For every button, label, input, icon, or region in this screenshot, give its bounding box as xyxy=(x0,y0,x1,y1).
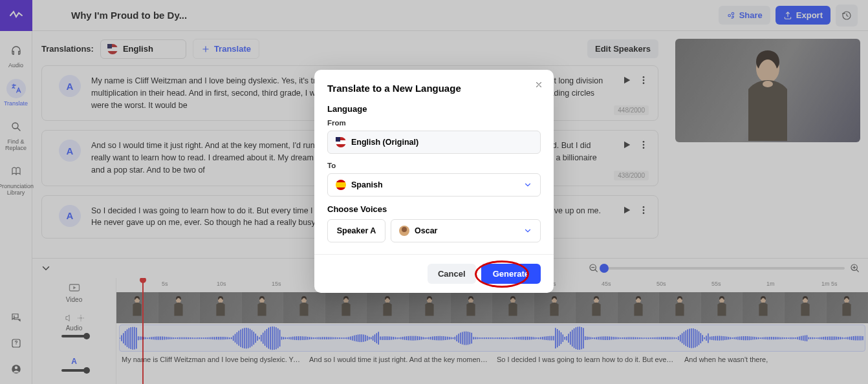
voice-avatar-icon xyxy=(399,226,409,236)
speaker-field: Speaker A xyxy=(327,219,385,242)
voice-value: Oscar xyxy=(415,226,437,235)
from-language-value: English (Original) xyxy=(351,138,418,147)
to-language-select[interactable]: Spanish xyxy=(327,173,541,197)
to-language-value: Spanish xyxy=(351,180,383,189)
voice-select[interactable]: Oscar xyxy=(391,219,541,242)
voices-section-heading: Choose Voices xyxy=(327,204,541,214)
translate-modal: Translate to a New Language Language Fro… xyxy=(314,70,554,293)
chevron-down-icon xyxy=(523,226,532,235)
es-flag-icon xyxy=(336,180,346,190)
language-section-heading: Language xyxy=(327,104,541,114)
cancel-label: Cancel xyxy=(438,269,466,279)
generate-label: Generate xyxy=(493,269,529,279)
cancel-button[interactable]: Cancel xyxy=(428,264,476,284)
from-language-field: English (Original) xyxy=(327,131,541,154)
us-flag-icon xyxy=(336,137,346,147)
modal-overlay[interactable]: Translate to a New Language Language Fro… xyxy=(0,0,868,384)
close-icon[interactable] xyxy=(534,80,543,92)
speaker-value: Speaker A xyxy=(337,226,376,235)
to-label: To xyxy=(327,162,541,169)
from-label: From xyxy=(327,119,541,127)
modal-title: Translate to a New Language xyxy=(327,83,541,94)
generate-button[interactable]: Generate xyxy=(481,264,541,284)
chevron-down-icon xyxy=(523,180,532,189)
